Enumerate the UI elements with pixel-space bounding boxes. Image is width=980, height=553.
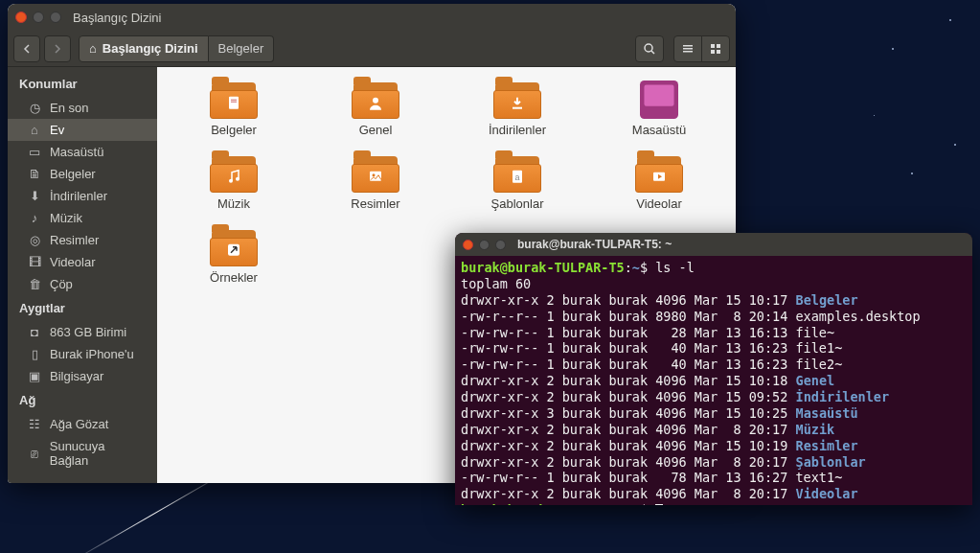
- folder-label: Müzik: [217, 196, 250, 211]
- sidebar-item-label: İndirilenler: [50, 189, 107, 203]
- sidebar-item-desktop[interactable]: ▭Masaüstü: [8, 141, 157, 163]
- document-icon: 🗎: [27, 167, 42, 181]
- svg-point-0: [645, 44, 652, 52]
- svg-rect-7: [711, 50, 715, 54]
- folder-masaüstü[interactable]: Masaüstü: [592, 81, 726, 137]
- sidebar-item-recent[interactable]: ◷En son: [8, 97, 157, 119]
- folder-örnekler[interactable]: Örnekler: [167, 228, 301, 285]
- fm-toolbar: ⌂ Başlangıç Dizini Belgeler: [8, 31, 736, 67]
- minimize-icon[interactable]: [33, 12, 44, 23]
- svg-point-16: [229, 179, 233, 183]
- terminal-title: burak@burak-TULPAR-T5: ~: [517, 238, 672, 251]
- server-icon: ⎚: [27, 447, 42, 461]
- sidebar-devices-header: Aygıtlar: [8, 295, 157, 321]
- back-button[interactable]: [13, 35, 40, 62]
- path-current[interactable]: Belgeler: [209, 35, 275, 62]
- download-icon: ⬇: [27, 189, 42, 203]
- home-icon: ⌂: [27, 123, 42, 137]
- terminal-window: burak@burak-TULPAR-T5: ~ burak@burak-TUL…: [455, 233, 972, 505]
- sidebar-item-downloads[interactable]: ⬇İndirilenler: [8, 185, 157, 207]
- camera-icon: ◎: [27, 233, 42, 247]
- sidebar-item-label: Sunucuya Bağlan: [50, 439, 146, 468]
- video-icon: 🎞: [27, 255, 42, 269]
- svg-rect-10: [231, 100, 237, 101]
- folder-label: Belgeler: [211, 123, 257, 137]
- folder-label: Genel: [359, 123, 393, 137]
- phone-icon: ▯: [27, 347, 42, 361]
- view-grid-button[interactable]: [701, 35, 730, 62]
- folder-şablonlar[interactable]: aŞablonlar: [450, 154, 584, 211]
- sidebar-network-header: Ağ: [8, 387, 157, 413]
- minimize-icon[interactable]: [479, 240, 490, 250]
- folder-label: Resimler: [351, 196, 399, 211]
- folder-label: Örnekler: [210, 270, 258, 285]
- svg-point-12: [373, 98, 378, 104]
- sidebar-item-browse-network[interactable]: ☷Ağa Gözat: [8, 413, 157, 435]
- sidebar-item-music[interactable]: ♪Müzik: [8, 207, 157, 229]
- sidebar-item-label: Resimler: [50, 233, 99, 247]
- sidebar-item-label: Masaüstü: [50, 145, 103, 159]
- breadcrumb: ⌂ Başlangıç Dizini Belgeler: [79, 35, 274, 62]
- sidebar-places-header: Konumlar: [8, 71, 157, 97]
- path-current-label: Belgeler: [218, 41, 264, 56]
- sidebar-item-pictures[interactable]: ◎Resimler: [8, 229, 157, 251]
- sidebar-item-label: En son: [50, 101, 88, 115]
- close-icon[interactable]: [463, 240, 473, 250]
- folder-genel[interactable]: Genel: [308, 81, 443, 137]
- sidebar-item-label: Burak iPhone'u: [50, 347, 134, 361]
- sidebar-item-trash[interactable]: 🗑Çöp: [8, 273, 157, 295]
- sidebar-item-documents[interactable]: 🗎Belgeler: [8, 163, 157, 185]
- sidebar-item-label: Müzik: [50, 211, 82, 225]
- svg-rect-15: [644, 84, 673, 105]
- forward-button[interactable]: [44, 35, 71, 62]
- maximize-icon[interactable]: [50, 12, 61, 23]
- sidebar-item-connect-server[interactable]: ⎚Sunucuya Bağlan: [8, 435, 157, 472]
- window-title: Başlangıç Dizini: [73, 11, 162, 25]
- view-list-button[interactable]: [673, 35, 702, 62]
- svg-rect-5: [711, 44, 715, 48]
- svg-point-19: [373, 173, 376, 176]
- maximize-icon[interactable]: [495, 240, 506, 250]
- sidebar-item-videos[interactable]: 🎞Videolar: [8, 251, 157, 273]
- folder-i̇ndirilenler[interactable]: İndirilenler: [450, 81, 584, 137]
- sidebar-item-label: 863 GB Birimi: [50, 325, 126, 339]
- folder-label: Şablonlar: [491, 196, 544, 211]
- svg-rect-8: [717, 50, 720, 54]
- folder-belgeler[interactable]: Belgeler: [167, 81, 301, 137]
- svg-rect-3: [683, 48, 693, 50]
- close-icon[interactable]: [15, 12, 27, 23]
- folder-videolar[interactable]: Videolar: [592, 154, 726, 211]
- sidebar-item-label: Çöp: [50, 277, 73, 291]
- folder-label: Masaüstü: [632, 123, 686, 137]
- sidebar-item-label: Belgeler: [50, 167, 96, 181]
- terminal-body[interactable]: burak@burak-TULPAR-T5:~$ ls -l toplam 60…: [455, 256, 972, 505]
- sidebar-item-computer[interactable]: ▣Bilgisayar: [8, 365, 157, 387]
- sidebar-item-volume[interactable]: ◘863 GB Birimi: [8, 321, 157, 343]
- home-icon: ⌂: [89, 41, 97, 56]
- svg-rect-11: [231, 102, 237, 103]
- folder-label: İndirilenler: [489, 123, 546, 137]
- folder-resimler[interactable]: Resimler: [308, 154, 443, 211]
- sidebar-item-label: Ağa Gözat: [50, 417, 108, 431]
- disk-icon: ◘: [27, 325, 42, 339]
- svg-rect-9: [229, 97, 239, 109]
- sidebar-item-label: Videolar: [50, 255, 95, 269]
- search-button[interactable]: [635, 35, 664, 62]
- clock-icon: ◷: [27, 101, 42, 115]
- sidebar-item-home[interactable]: ⌂Ev: [8, 119, 157, 141]
- path-home-label: Başlangıç Dizini: [103, 41, 198, 56]
- desktop-icon: ▭: [27, 145, 42, 159]
- computer-icon: ▣: [27, 369, 42, 383]
- folder-label: Videolar: [636, 196, 681, 211]
- path-home[interactable]: ⌂ Başlangıç Dizini: [79, 35, 209, 62]
- folder-müzik[interactable]: Müzik: [167, 154, 301, 211]
- fm-titlebar[interactable]: Başlangıç Dizini: [8, 4, 736, 31]
- terminal-titlebar[interactable]: burak@burak-TULPAR-T5: ~: [455, 233, 972, 256]
- svg-rect-6: [717, 44, 720, 48]
- sidebar-item-label: Ev: [50, 123, 64, 137]
- trash-icon: 🗑: [27, 277, 42, 291]
- sidebar: Konumlar ◷En son ⌂Ev ▭Masaüstü 🗎Belgeler…: [8, 67, 157, 483]
- svg-rect-4: [683, 51, 693, 53]
- svg-line-1: [651, 51, 654, 54]
- sidebar-item-iphone[interactable]: ▯Burak iPhone'u: [8, 343, 157, 365]
